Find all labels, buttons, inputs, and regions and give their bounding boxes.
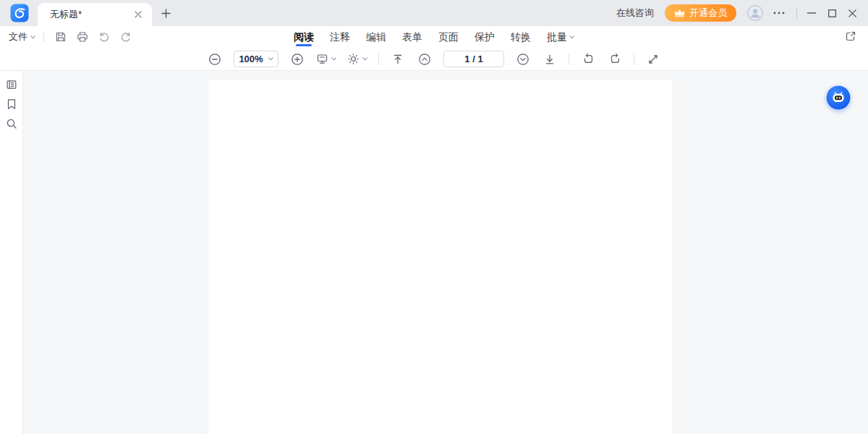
tab-form[interactable]: 表单 — [400, 26, 425, 48]
left-panel-rail — [0, 71, 23, 434]
tab-read[interactable]: 阅读 — [292, 26, 316, 48]
zoom-out-icon[interactable] — [207, 51, 223, 67]
brightness-icon — [347, 53, 359, 65]
prev-page-icon[interactable] — [417, 51, 433, 67]
zoom-level-select[interactable]: 100% — [234, 51, 278, 67]
app-logo-icon — [10, 4, 29, 22]
divider — [378, 54, 379, 64]
next-page-icon[interactable] — [515, 51, 531, 67]
pdf-page — [208, 80, 673, 434]
crown-icon — [674, 9, 685, 17]
tab-title: 无标题* — [50, 8, 132, 21]
avatar[interactable] — [747, 5, 763, 21]
view-mode-icon — [316, 53, 328, 65]
print-icon[interactable] — [74, 28, 91, 46]
toolbar: 100% — [0, 48, 868, 71]
redo-icon[interactable] — [117, 28, 135, 46]
undo-icon[interactable] — [95, 28, 113, 46]
ai-assistant-button[interactable] — [826, 85, 851, 110]
chevron-down-icon — [569, 35, 574, 39]
zoom-level-value: 100% — [239, 54, 263, 64]
tab-batch[interactable]: 批量 — [545, 26, 576, 48]
rotate-left-icon[interactable] — [580, 51, 596, 67]
tab-protect[interactable]: 保护 — [472, 26, 497, 48]
tab-convert[interactable]: 转换 — [509, 26, 533, 48]
page-number-input[interactable] — [443, 51, 504, 67]
online-consult-link[interactable]: 在线咨询 — [616, 7, 654, 20]
rotate-right-icon[interactable] — [607, 51, 623, 67]
file-menu-label: 文件 — [9, 30, 27, 43]
file-menu[interactable]: 文件 — [9, 30, 35, 43]
new-tab-button[interactable] — [159, 7, 172, 20]
close-button[interactable] — [842, 3, 862, 23]
divider — [796, 7, 797, 19]
maximize-button[interactable] — [822, 3, 842, 23]
minimize-button[interactable] — [801, 3, 822, 23]
zoom-in-icon[interactable] — [289, 51, 305, 67]
ribbon-tabs: 阅读 注释 编辑 表单 页面 保护 转换 批量 — [292, 26, 576, 48]
first-page-icon[interactable] — [390, 51, 406, 67]
save-icon[interactable] — [52, 28, 69, 46]
tab-batch-label: 批量 — [547, 26, 567, 48]
more-menu-icon[interactable] — [770, 4, 788, 22]
tab-close-icon[interactable] — [132, 8, 145, 21]
menubar: 文件 阅读 注释 编辑 表单 页面 保护 — [0, 26, 868, 48]
chevron-down-icon — [362, 57, 367, 61]
membership-button[interactable]: 开通会员 — [665, 4, 736, 22]
last-page-icon[interactable] — [542, 51, 558, 67]
search-icon[interactable] — [4, 116, 19, 131]
tab-annotate[interactable]: 注释 — [328, 26, 352, 48]
divider — [634, 54, 634, 64]
divider — [569, 54, 569, 64]
chevron-down-icon — [268, 57, 273, 61]
thumbnails-icon[interactable] — [4, 77, 19, 92]
membership-label: 开通会员 — [689, 7, 727, 20]
divider — [43, 32, 44, 42]
open-new-window-icon[interactable] — [845, 30, 858, 43]
tab-edit[interactable]: 编辑 — [364, 26, 388, 48]
view-mode-select[interactable] — [316, 53, 336, 65]
chevron-down-icon — [331, 57, 336, 61]
titlebar: 无标题* 在线咨询 开通会员 — [0, 0, 868, 26]
bookmark-icon[interactable] — [4, 97, 19, 111]
brightness-mode-select[interactable] — [347, 53, 367, 65]
fullscreen-icon[interactable] — [645, 51, 661, 67]
tab-page[interactable]: 页面 — [436, 26, 461, 48]
chevron-down-icon — [30, 35, 35, 39]
document-tab[interactable]: 无标题* — [38, 3, 152, 26]
